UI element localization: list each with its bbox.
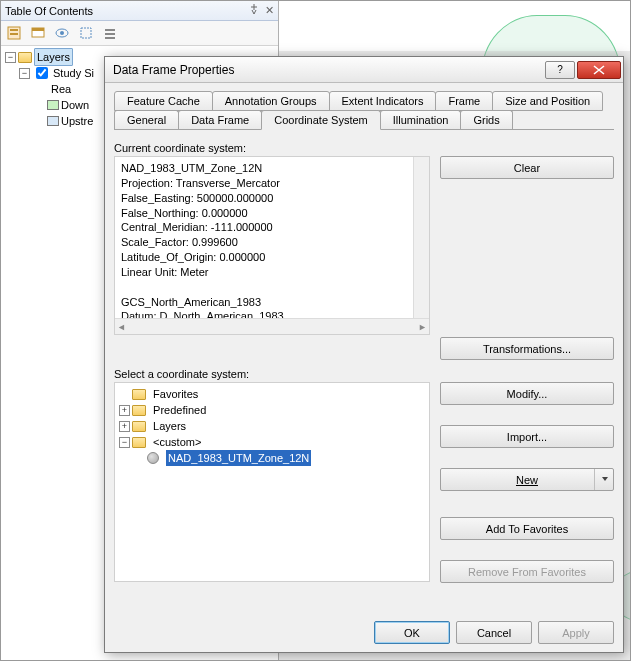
svg-rect-4 xyxy=(32,28,44,31)
clear-button[interactable]: Clear xyxy=(440,156,614,179)
folder-icon xyxy=(132,421,146,432)
tab-grids[interactable]: Grids xyxy=(460,110,512,129)
svg-rect-2 xyxy=(10,33,18,35)
pin-icon[interactable] xyxy=(249,4,259,17)
ok-button[interactable]: OK xyxy=(374,621,450,644)
layer-label[interactable]: Study Si xyxy=(53,65,94,81)
globe-icon xyxy=(147,452,159,464)
current-cs-text[interactable]: NAD_1983_UTM_Zone_12N Projection: Transv… xyxy=(115,157,429,332)
tab-general[interactable]: General xyxy=(114,110,179,129)
layer-swatch xyxy=(47,116,59,126)
tab-coordinate-system[interactable]: Coordinate System xyxy=(261,110,381,130)
layer-label[interactable]: Down xyxy=(61,97,89,113)
list-by-draw-icon[interactable] xyxy=(3,23,25,43)
apply-button[interactable]: Apply xyxy=(538,621,614,644)
tree-folder[interactable]: Favorites xyxy=(153,386,198,402)
svg-rect-9 xyxy=(105,33,115,35)
tree-expander[interactable]: − xyxy=(19,68,30,79)
add-favorites-button[interactable]: Add To Favorites xyxy=(440,517,614,540)
layer-label[interactable]: Upstre xyxy=(61,113,93,129)
tree-folder[interactable]: Predefined xyxy=(153,402,206,418)
folder-icon xyxy=(132,389,146,400)
import-button[interactable]: Import... xyxy=(440,425,614,448)
list-by-source-icon[interactable] xyxy=(27,23,49,43)
remove-favorites-button: Remove From Favorites xyxy=(440,560,614,583)
data-frame-properties-dialog: Data Frame Properties ? Feature Cache An… xyxy=(104,56,624,653)
options-icon[interactable] xyxy=(99,23,121,43)
help-button[interactable]: ? xyxy=(545,61,575,79)
tree-folder[interactable]: Layers xyxy=(153,418,186,434)
svg-point-6 xyxy=(60,31,64,35)
tree-selected-item[interactable]: NAD_1983_UTM_Zone_12N xyxy=(166,450,311,466)
dialog-titlebar[interactable]: Data Frame Properties ? xyxy=(105,57,623,83)
layer-swatch xyxy=(47,100,59,110)
svg-rect-10 xyxy=(105,37,115,39)
tree-folder[interactable]: <custom> xyxy=(153,434,201,450)
tree-expander[interactable]: + xyxy=(119,421,130,432)
tree-expander[interactable]: − xyxy=(119,437,130,448)
tab-data-frame[interactable]: Data Frame xyxy=(178,110,262,129)
list-by-selection-icon[interactable] xyxy=(75,23,97,43)
cancel-button[interactable]: Cancel xyxy=(456,621,532,644)
close-icon[interactable]: ✕ xyxy=(265,4,274,17)
vertical-scrollbar[interactable] xyxy=(413,157,429,318)
select-cs-label: Select a coordinate system: xyxy=(114,368,614,380)
toc-header: Table Of Contents ✕ xyxy=(1,1,278,21)
layer-checkbox[interactable] xyxy=(36,67,48,79)
tab-annotation-groups[interactable]: Annotation Groups xyxy=(212,91,330,111)
chevron-down-icon xyxy=(602,477,608,481)
tab-frame[interactable]: Frame xyxy=(435,91,493,111)
layers-root-label[interactable]: Layers xyxy=(34,48,73,66)
new-button[interactable]: New xyxy=(440,468,614,491)
tab-illumination[interactable]: Illumination xyxy=(380,110,462,129)
toc-toolbar xyxy=(1,21,278,46)
tab-feature-cache[interactable]: Feature Cache xyxy=(114,91,213,111)
tree-expander[interactable]: − xyxy=(5,52,16,63)
modify-button[interactable]: Modify... xyxy=(440,382,614,405)
dialog-title: Data Frame Properties xyxy=(113,63,234,77)
list-by-visibility-icon[interactable] xyxy=(51,23,73,43)
tab-extent-indicators[interactable]: Extent Indicators xyxy=(329,91,437,111)
svg-rect-1 xyxy=(10,29,18,31)
folder-icon xyxy=(132,405,146,416)
svg-rect-7 xyxy=(81,28,91,38)
layers-icon xyxy=(18,52,32,63)
tab-size-position[interactable]: Size and Position xyxy=(492,91,603,111)
dialog-footer: OK Cancel Apply xyxy=(105,613,623,652)
cs-tree[interactable]: Favorites + Predefined + Layers − <custo… xyxy=(114,382,430,582)
svg-rect-8 xyxy=(105,29,115,31)
close-button[interactable] xyxy=(577,61,621,79)
toc-title: Table Of Contents xyxy=(5,5,93,17)
current-cs-box: NAD_1983_UTM_Zone_12N Projection: Transv… xyxy=(114,156,430,335)
transformations-button[interactable]: Transformations... xyxy=(440,337,614,360)
dialog-tabs: Feature Cache Annotation Groups Extent I… xyxy=(114,91,614,130)
layer-label[interactable]: Rea xyxy=(51,81,71,97)
folder-icon xyxy=(132,437,146,448)
current-cs-label: Current coordinate system: xyxy=(114,142,614,154)
horizontal-scrollbar[interactable]: ◄► xyxy=(115,318,429,334)
tree-expander[interactable]: + xyxy=(119,405,130,416)
